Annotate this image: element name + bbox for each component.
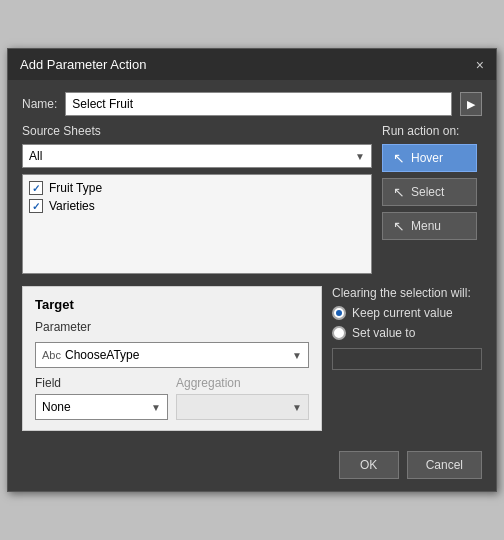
param-dropdown-text: Abc ChooseAType — [42, 348, 139, 362]
source-section: Source Sheets All ▼ Fruit Type Varieties — [22, 124, 482, 274]
menu-button[interactable]: ↖ Menu — [382, 212, 477, 240]
aggregation-dropdown[interactable]: ▼ — [176, 394, 309, 420]
target-panel: Target Parameter Abc ChooseAType ▼ Field… — [22, 286, 322, 431]
select-button[interactable]: ↖ Select — [382, 178, 477, 206]
source-sheets-value: All — [29, 149, 42, 163]
run-action-label: Run action on: — [382, 124, 482, 138]
set-value-label: Set value to — [352, 326, 415, 340]
run-action-section: Run action on: ↖ Hover ↖ Select ↖ Menu — [382, 124, 482, 274]
keep-current-row: Keep current value — [332, 306, 482, 320]
hover-label: Hover — [411, 151, 443, 165]
name-label: Name: — [22, 97, 57, 111]
menu-label: Menu — [411, 219, 441, 233]
set-value-row: Set value to — [332, 326, 482, 340]
cursor-menu-icon: ↖ — [393, 219, 405, 233]
bottom-section: Target Parameter Abc ChooseAType ▼ Field… — [22, 286, 482, 431]
parameter-label: Parameter — [35, 320, 309, 334]
fruit-type-checkbox[interactable] — [29, 181, 43, 195]
field-value: None — [42, 400, 71, 414]
field-label: Field — [35, 376, 168, 390]
add-parameter-action-dialog: Add Parameter Action × Name: ▶ Source Sh… — [7, 48, 497, 492]
varieties-checkbox[interactable] — [29, 199, 43, 213]
list-item: Fruit Type — [29, 181, 365, 195]
chevron-down-icon: ▼ — [355, 151, 365, 162]
chevron-down-icon: ▼ — [151, 402, 161, 413]
list-item: Varieties — [29, 199, 365, 213]
cursor-select-icon: ↖ — [393, 185, 405, 199]
chevron-down-icon: ▼ — [292, 402, 302, 413]
source-left: Source Sheets All ▼ Fruit Type Varieties — [22, 124, 372, 274]
abc-badge: Abc — [42, 349, 61, 361]
varieties-label: Varieties — [49, 199, 95, 213]
set-value-radio[interactable] — [332, 326, 346, 340]
cancel-button[interactable]: Cancel — [407, 451, 482, 479]
source-sheets-list: Fruit Type Varieties — [22, 174, 372, 274]
keep-current-label: Keep current value — [352, 306, 453, 320]
name-input[interactable] — [65, 92, 452, 116]
target-title: Target — [35, 297, 309, 312]
clearing-label: Clearing the selection will: — [332, 286, 482, 300]
chevron-down-icon: ▼ — [292, 350, 302, 361]
dialog-body: Name: ▶ Source Sheets All ▼ Fruit Type — [8, 80, 496, 443]
set-value-input[interactable] — [332, 348, 482, 370]
dialog-footer: OK Cancel — [8, 443, 496, 491]
dialog-title: Add Parameter Action — [20, 57, 146, 72]
name-row: Name: ▶ — [22, 92, 482, 116]
field-col: Field None ▼ — [35, 376, 168, 420]
fruit-type-label: Fruit Type — [49, 181, 102, 195]
parameter-dropdown[interactable]: Abc ChooseAType ▼ — [35, 342, 309, 368]
title-bar: Add Parameter Action × — [8, 49, 496, 80]
clearing-section: Clearing the selection will: Keep curren… — [332, 286, 482, 431]
agg-col: Aggregation ▼ — [176, 376, 309, 420]
ok-button[interactable]: OK — [339, 451, 399, 479]
name-arrow-button[interactable]: ▶ — [460, 92, 482, 116]
cursor-hover-icon: ↖ — [393, 151, 405, 165]
source-sheets-label: Source Sheets — [22, 124, 372, 138]
param-value: ChooseAType — [65, 348, 140, 362]
field-agg-row: Field None ▼ Aggregation ▼ — [35, 376, 309, 420]
hover-button[interactable]: ↖ Hover — [382, 144, 477, 172]
field-dropdown[interactable]: None ▼ — [35, 394, 168, 420]
aggregation-label: Aggregation — [176, 376, 309, 390]
select-label: Select — [411, 185, 444, 199]
close-icon[interactable]: × — [476, 58, 484, 72]
keep-current-radio[interactable] — [332, 306, 346, 320]
source-sheets-dropdown[interactable]: All ▼ — [22, 144, 372, 168]
